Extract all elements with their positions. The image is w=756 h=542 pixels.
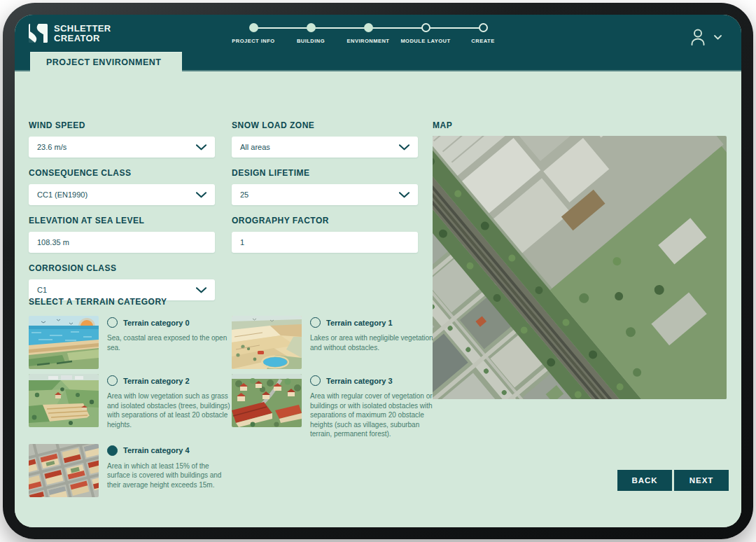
design-lifetime-select[interactable]: 25	[232, 184, 418, 205]
tab-project-environment[interactable]: PROJECT ENVIRONMENT	[30, 52, 182, 71]
terrain-heading: SELECT A TERRAIN CATEGORY	[29, 297, 449, 307]
next-button[interactable]: NEXT	[674, 470, 729, 491]
corrosion-class-field: CORROSION CLASS C1	[29, 263, 215, 300]
orography-factor-label: OROGRAPHY FACTOR	[232, 216, 418, 225]
step-label: PROJECT INFO	[232, 38, 274, 44]
snow-load-zone-field: SNOW LOAD ZONE All areas	[232, 120, 418, 158]
corrosion-class-value: C1	[37, 286, 196, 294]
corrosion-class-label: CORROSION CLASS	[29, 263, 215, 273]
terrain-option-4[interactable]: Terrain category 4 Area in which at leas…	[29, 444, 232, 497]
terrain-option-2[interactable]: Terrain category 2 Area with low vegetat…	[29, 374, 232, 439]
form-column-middle: SNOW LOAD ZONE All areas DESIGN LIFETIME…	[232, 120, 418, 263]
terrain-grid: Terrain category 0 Sea, coastal area exp…	[29, 316, 449, 497]
terrain-radio[interactable]	[310, 375, 321, 386]
terrain-option-3[interactable]: Terrain category 3 Area with regular cov…	[232, 374, 435, 439]
back-button[interactable]: BACK	[617, 470, 672, 491]
map-label: MAP	[433, 120, 727, 130]
step-module-layout[interactable]: MODULE LAYOUT	[397, 23, 454, 44]
terrain-option-description: Lakes or area with negligible vegetation…	[310, 333, 435, 352]
map-section: MAP	[433, 120, 727, 399]
terrain-option-label: Terrain category 1	[326, 319, 393, 327]
step-label: BUILDING	[297, 38, 325, 44]
wind-speed-field: WIND SPEED 23.6 m/s	[29, 120, 215, 158]
wind-speed-select[interactable]: 23.6 m/s	[29, 137, 215, 158]
app-screen: SCHLETTER CREATOR PROJECT INFO BUILDING	[15, 15, 741, 527]
orography-input-wrap	[232, 232, 418, 253]
chevron-down-icon	[196, 287, 206, 293]
terrain-category-4-illustration	[29, 444, 99, 497]
app-header: SCHLETTER CREATOR PROJECT INFO BUILDING	[15, 15, 741, 71]
app-logo-text: SCHLETTER CREATOR	[54, 24, 111, 43]
orography-factor-field: OROGRAPHY FACTOR	[232, 216, 418, 253]
terrain-option-description: Area with regular cover of vegetation or…	[310, 391, 435, 439]
chevron-down-icon	[399, 144, 410, 151]
terrain-option-description: Area with low vegetation such as grass a…	[107, 391, 232, 429]
terrain-radio[interactable]	[107, 375, 118, 386]
chevron-down-icon	[399, 192, 410, 198]
map-satellite-image	[433, 136, 727, 399]
terrain-option-label: Terrain category 0	[123, 319, 190, 327]
terrain-category-2-illustration	[29, 374, 99, 427]
chevron-down-icon	[714, 35, 722, 40]
snow-load-zone-label: SNOW LOAD ZONE	[232, 120, 418, 130]
chevron-down-icon	[196, 144, 206, 151]
step-dot	[307, 23, 316, 32]
step-dot	[479, 23, 488, 32]
step-project-info[interactable]: PROJECT INFO	[225, 23, 282, 44]
terrain-radio[interactable]	[310, 317, 321, 328]
footer-actions: BACK NEXT	[617, 470, 729, 491]
consequence-class-field: CONSEQUENCE CLASS CC1 (EN1990)	[29, 168, 215, 205]
tablet-frame: SCHLETTER CREATOR PROJECT INFO BUILDING	[3, 3, 753, 539]
elevation-input-wrap	[29, 232, 215, 253]
consequence-class-select[interactable]: CC1 (EN1990)	[29, 184, 215, 205]
terrain-category-1-illustration	[232, 316, 302, 369]
app-logo[interactable]: SCHLETTER CREATOR	[29, 24, 111, 43]
form-column-left: WIND SPEED 23.6 m/s CONSEQUENCE CLASS CC…	[29, 120, 215, 311]
terrain-category-3-illustration	[232, 374, 302, 427]
terrain-category-section: SELECT A TERRAIN CATEGORY	[29, 297, 449, 497]
step-dot	[421, 23, 430, 32]
step-label: ENVIRONMENT	[347, 38, 390, 44]
step-label: CREATE	[471, 38, 494, 44]
step-building[interactable]: BUILDING	[282, 23, 340, 44]
terrain-category-0-illustration	[29, 316, 99, 369]
app-body: WIND SPEED 23.6 m/s CONSEQUENCE CLASS CC…	[15, 71, 741, 527]
terrain-option-label: Terrain category 4	[123, 446, 190, 454]
terrain-option-label: Terrain category 2	[123, 377, 190, 385]
terrain-option-0[interactable]: Terrain category 0 Sea, coastal area exp…	[29, 316, 232, 369]
terrain-radio[interactable]	[107, 317, 118, 328]
wind-speed-label: WIND SPEED	[29, 120, 215, 130]
step-environment[interactable]: ENVIRONMENT	[340, 23, 397, 44]
snow-load-zone-value: All areas	[240, 143, 399, 151]
design-lifetime-field: DESIGN LIFETIME 25	[232, 168, 418, 205]
terrain-option-1[interactable]: Terrain category 1 Lakes or area with ne…	[232, 316, 435, 369]
design-lifetime-value: 25	[240, 190, 399, 199]
consequence-class-value: CC1 (EN1990)	[37, 190, 196, 199]
consequence-class-label: CONSEQUENCE CLASS	[29, 168, 215, 178]
step-create[interactable]: CREATE	[454, 23, 512, 44]
orography-factor-input[interactable]	[240, 238, 410, 246]
elevation-input[interactable]	[37, 238, 206, 246]
user-avatar-icon	[689, 27, 707, 47]
wind-speed-value: 23.6 m/s	[37, 143, 196, 151]
user-menu[interactable]	[689, 27, 722, 47]
schletter-logo-icon	[29, 24, 48, 43]
chevron-down-icon	[196, 192, 206, 198]
step-label: MODULE LAYOUT	[400, 38, 450, 44]
terrain-radio[interactable]	[107, 445, 118, 456]
page: SCHLETTER CREATOR PROJECT INFO BUILDING	[0, 0, 756, 542]
step-dot	[364, 23, 373, 32]
terrain-option-description: Sea, coastal area exposed to the open se…	[107, 333, 232, 352]
snow-load-zone-select[interactable]: All areas	[232, 137, 418, 158]
elevation-label: ELEVATION AT SEA LEVEL	[29, 216, 215, 225]
terrain-option-label: Terrain category 3	[326, 377, 393, 385]
step-dot	[249, 23, 258, 32]
design-lifetime-label: DESIGN LIFETIME	[232, 168, 418, 178]
progress-stepper: PROJECT INFO BUILDING ENVIRONMENT MODULE…	[225, 23, 512, 44]
elevation-field: ELEVATION AT SEA LEVEL	[29, 216, 215, 253]
terrain-option-description: Area in which at least 15% of the surfac…	[107, 461, 232, 490]
